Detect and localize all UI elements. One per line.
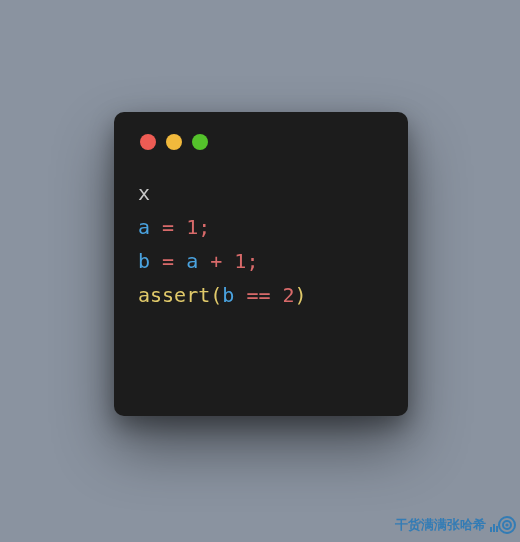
code-block: x a = 1; b = a + 1; assert(b == 2) [138,176,384,312]
code-token: ) [295,283,307,307]
code-token: = [150,249,186,273]
svg-rect-3 [490,527,492,532]
watermark-text: 干货满满张哈希 [395,516,486,534]
code-token: b [138,249,150,273]
zoom-icon[interactable] [192,134,208,150]
minimize-icon[interactable] [166,134,182,150]
code-token: x [138,181,150,205]
code-token: 1 [234,249,246,273]
code-token: ; [246,249,258,273]
svg-point-2 [505,523,508,526]
svg-point-1 [503,521,511,529]
code-token: 2 [283,283,295,307]
code-token: ; [198,215,210,239]
code-token: == [234,283,282,307]
code-token: + [198,249,234,273]
svg-rect-4 [493,524,495,532]
watermark-icon [490,512,516,538]
close-icon[interactable] [140,134,156,150]
code-token: 1 [186,215,198,239]
code-token: assert [138,283,210,307]
svg-rect-5 [496,526,498,532]
svg-point-0 [499,517,515,533]
window-traffic-lights [140,134,384,150]
watermark: 干货满满张哈希 [395,512,516,538]
code-token: ( [210,283,222,307]
code-token: a [186,249,198,273]
code-token: b [222,283,234,307]
code-window: x a = 1; b = a + 1; assert(b == 2) [114,112,408,416]
code-token: = [150,215,186,239]
code-token: a [138,215,150,239]
